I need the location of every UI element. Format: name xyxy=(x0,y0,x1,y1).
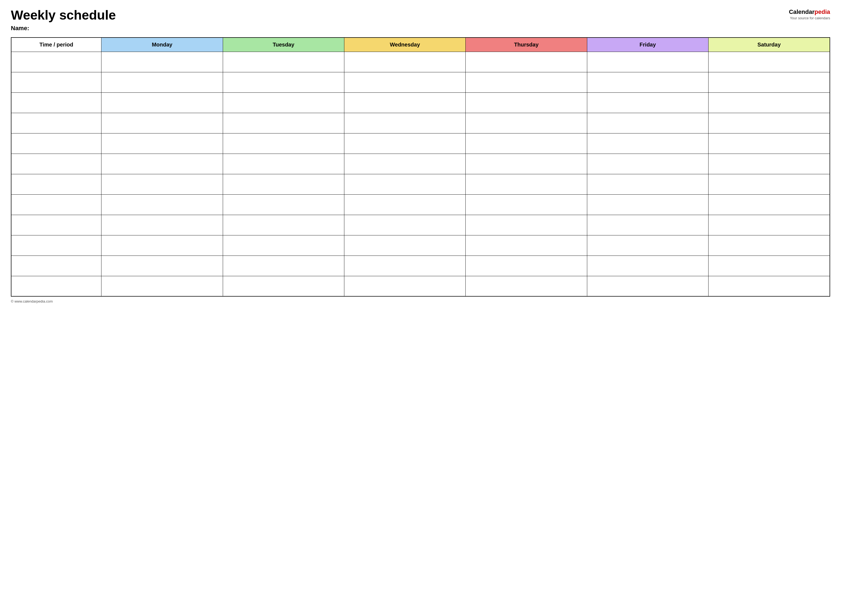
table-cell[interactable] xyxy=(587,235,708,255)
table-cell[interactable] xyxy=(344,194,465,215)
table-cell[interactable] xyxy=(587,72,708,92)
table-cell[interactable] xyxy=(344,133,465,154)
logo: Calendarpedia xyxy=(789,8,830,16)
table-cell[interactable] xyxy=(101,174,223,194)
table-cell[interactable] xyxy=(11,255,101,276)
table-cell[interactable] xyxy=(709,255,830,276)
table-cell[interactable] xyxy=(11,215,101,235)
table-cell[interactable] xyxy=(223,174,344,194)
table-cell[interactable] xyxy=(466,194,587,215)
table-cell[interactable] xyxy=(101,92,223,113)
table-cell[interactable] xyxy=(223,133,344,154)
table-cell[interactable] xyxy=(587,174,708,194)
table-cell[interactable] xyxy=(344,215,465,235)
col-header-tuesday: Tuesday xyxy=(223,38,344,52)
table-cell[interactable] xyxy=(344,235,465,255)
table-header-row: Time / period Monday Tuesday Wednesday T… xyxy=(11,38,830,52)
table-cell[interactable] xyxy=(101,215,223,235)
table-cell[interactable] xyxy=(101,255,223,276)
table-cell[interactable] xyxy=(709,215,830,235)
table-cell[interactable] xyxy=(709,92,830,113)
col-header-thursday: Thursday xyxy=(466,38,587,52)
table-cell[interactable] xyxy=(466,215,587,235)
table-cell[interactable] xyxy=(101,276,223,296)
table-row xyxy=(11,52,830,72)
table-cell[interactable] xyxy=(223,235,344,255)
table-cell[interactable] xyxy=(466,235,587,255)
schedule-table: Time / period Monday Tuesday Wednesday T… xyxy=(11,37,830,297)
table-cell[interactable] xyxy=(101,72,223,92)
table-cell[interactable] xyxy=(11,276,101,296)
table-cell[interactable] xyxy=(709,154,830,174)
table-row xyxy=(11,255,830,276)
table-row xyxy=(11,92,830,113)
table-cell[interactable] xyxy=(344,174,465,194)
table-cell[interactable] xyxy=(344,52,465,72)
table-cell[interactable] xyxy=(223,276,344,296)
table-cell[interactable] xyxy=(587,133,708,154)
table-cell[interactable] xyxy=(11,154,101,174)
table-cell[interactable] xyxy=(11,133,101,154)
table-cell[interactable] xyxy=(466,255,587,276)
table-cell[interactable] xyxy=(466,174,587,194)
table-cell[interactable] xyxy=(709,52,830,72)
table-cell[interactable] xyxy=(101,133,223,154)
table-cell[interactable] xyxy=(466,72,587,92)
table-cell[interactable] xyxy=(344,154,465,174)
table-row xyxy=(11,174,830,194)
table-cell[interactable] xyxy=(101,194,223,215)
table-cell[interactable] xyxy=(344,255,465,276)
table-cell[interactable] xyxy=(344,113,465,133)
table-cell[interactable] xyxy=(223,72,344,92)
table-cell[interactable] xyxy=(223,215,344,235)
table-cell[interactable] xyxy=(466,52,587,72)
table-row xyxy=(11,194,830,215)
table-cell[interactable] xyxy=(587,92,708,113)
table-cell[interactable] xyxy=(344,92,465,113)
table-cell[interactable] xyxy=(223,92,344,113)
table-cell[interactable] xyxy=(466,92,587,113)
table-cell[interactable] xyxy=(709,72,830,92)
col-header-saturday: Saturday xyxy=(709,38,830,52)
table-cell[interactable] xyxy=(709,133,830,154)
table-cell[interactable] xyxy=(223,194,344,215)
page-header: Weekly schedule Name: Calendarpedia Your… xyxy=(11,8,830,32)
table-cell[interactable] xyxy=(11,92,101,113)
table-cell[interactable] xyxy=(709,174,830,194)
table-cell[interactable] xyxy=(11,52,101,72)
table-cell[interactable] xyxy=(101,154,223,174)
table-cell[interactable] xyxy=(344,276,465,296)
footer-url: © www.calendarpedia.com xyxy=(11,299,53,304)
table-cell[interactable] xyxy=(587,113,708,133)
table-cell[interactable] xyxy=(587,154,708,174)
table-cell[interactable] xyxy=(587,194,708,215)
table-cell[interactable] xyxy=(11,72,101,92)
table-cell[interactable] xyxy=(587,255,708,276)
table-cell[interactable] xyxy=(101,52,223,72)
table-cell[interactable] xyxy=(101,113,223,133)
table-cell[interactable] xyxy=(101,235,223,255)
table-cell[interactable] xyxy=(587,276,708,296)
table-cell[interactable] xyxy=(344,72,465,92)
table-cell[interactable] xyxy=(709,194,830,215)
table-row xyxy=(11,113,830,133)
table-cell[interactable] xyxy=(223,154,344,174)
table-cell[interactable] xyxy=(709,113,830,133)
table-cell[interactable] xyxy=(11,194,101,215)
table-cell[interactable] xyxy=(466,154,587,174)
table-cell[interactable] xyxy=(11,113,101,133)
table-cell[interactable] xyxy=(223,52,344,72)
table-cell[interactable] xyxy=(223,255,344,276)
table-cell[interactable] xyxy=(587,52,708,72)
table-cell[interactable] xyxy=(587,215,708,235)
table-cell[interactable] xyxy=(466,113,587,133)
table-cell[interactable] xyxy=(466,133,587,154)
table-cell[interactable] xyxy=(466,276,587,296)
table-row xyxy=(11,72,830,92)
table-cell[interactable] xyxy=(223,113,344,133)
table-cell[interactable] xyxy=(709,235,830,255)
footer: © www.calendarpedia.com xyxy=(11,299,830,304)
table-cell[interactable] xyxy=(11,174,101,194)
table-cell[interactable] xyxy=(11,235,101,255)
table-cell[interactable] xyxy=(709,276,830,296)
